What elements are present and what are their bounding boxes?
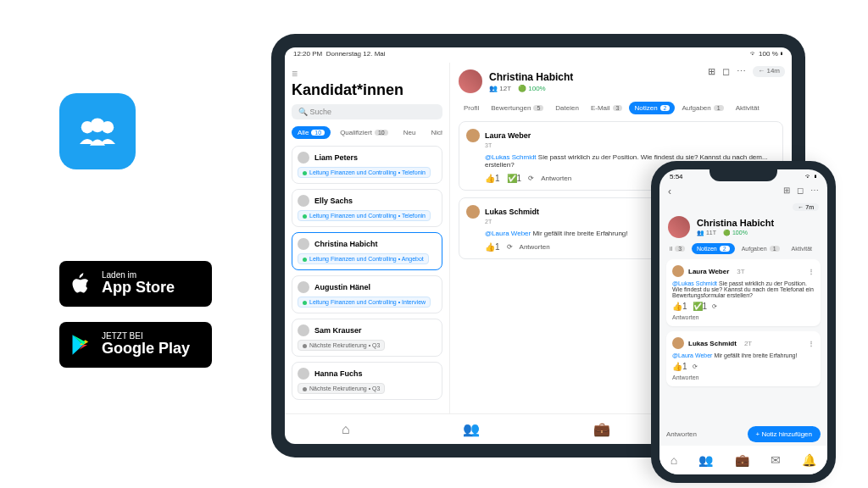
profile-name: Christina Habicht [697, 218, 774, 228]
back-icon[interactable]: ‹ [668, 186, 671, 197]
time-pill: ← 14m [753, 66, 785, 77]
candidate-card[interactable]: Sam KrauserNächste Rekrutierung • Q3 [292, 319, 442, 357]
svg-point-2 [102, 121, 114, 133]
reply-link[interactable]: Antworten [520, 243, 550, 251]
profile-tab[interactable]: Dateien [550, 102, 584, 114]
reply-link[interactable]: Antworten [672, 314, 815, 320]
more-icon[interactable]: ⋯ [810, 186, 819, 197]
note-card: Lukas Schmidt2T⋮@Laura Weber Mir gefällt… [666, 331, 821, 386]
filter-tab[interactable]: Qualifiziert10 [334, 126, 394, 139]
app-logo [59, 93, 136, 169]
hamburger-icon[interactable]: ≡ [292, 68, 442, 80]
nav-home-icon[interactable]: ⌂ [670, 453, 677, 467]
appstore-badge[interactable]: Laden imApp Store [59, 261, 212, 307]
page-title: Kandidat*innen [292, 81, 442, 99]
time-pill: ← 7m [793, 203, 819, 211]
nav-mail-icon[interactable]: ✉ [771, 453, 781, 467]
play-icon [70, 333, 93, 357]
reply-label: Antworten [666, 430, 697, 438]
calendar-icon[interactable]: ⊞ [708, 66, 715, 77]
filter-tab[interactable]: Alle10 [292, 126, 331, 139]
search-input[interactable]: 🔍 Suche [292, 104, 442, 119]
nav-people-icon[interactable]: 👥 [698, 453, 713, 467]
profile-tab[interactable]: il3 [665, 243, 690, 254]
calendar-icon[interactable]: ⊞ [783, 186, 790, 197]
profile-tab[interactable]: Notizen2 [692, 243, 735, 254]
nav-people-icon[interactable]: 👥 [463, 421, 480, 437]
more-icon[interactable]: ⋯ [737, 66, 746, 77]
profile-tab[interactable]: E-Mail3 [586, 102, 628, 114]
avatar [459, 69, 482, 93]
apple-icon [70, 272, 93, 296]
profile-tab[interactable]: Notizen2 [629, 102, 675, 114]
reply-link[interactable]: Antworten [541, 175, 571, 182]
playstore-big: Google Play [102, 341, 190, 358]
add-note-button[interactable]: + Notiz hinzufügen [748, 426, 821, 442]
bookmark-icon[interactable]: ◻ [797, 186, 804, 197]
profile-tab[interactable]: Bewertungen5 [486, 102, 548, 114]
profile-tab[interactable]: Aufgaben1 [676, 102, 728, 114]
nav-briefcase-icon[interactable]: 💼 [735, 453, 749, 467]
tablet-statusbar: 12:20 PM Donnerstag 12. Mai ᯤ 100 % ▮ [285, 47, 792, 63]
filter-tab[interactable]: Neu [398, 126, 422, 139]
bookmark-icon[interactable]: ◻ [722, 66, 730, 77]
avatar [668, 216, 690, 238]
candidate-card[interactable]: Hanna FuchsNächste Rekrutierung • Q3 [292, 362, 442, 400]
profile-tab[interactable]: Aktivität [731, 102, 765, 114]
candidate-card[interactable]: Liam PetersLeitung Finanzen und Controll… [292, 146, 442, 184]
profile-tab[interactable]: Aufgaben1 [737, 243, 785, 254]
nav-home-icon[interactable]: ⌂ [342, 422, 350, 437]
filter-tab[interactable]: Nicht kont [425, 126, 442, 139]
nav-briefcase-icon[interactable]: 💼 [593, 421, 610, 437]
note-card: Laura Weber3T⋮@Lukas Schmidt Sie passt w… [666, 259, 821, 326]
candidate-card[interactable]: Christina HabichtLeitung Finanzen und Co… [292, 232, 442, 270]
nav-bell-icon[interactable]: 🔔 [802, 453, 816, 467]
phone-frame: 5:54ᯤ ▮ ‹ ⊞ ◻ ⋯ ← 7m Christina Habicht 👥… [651, 161, 836, 483]
candidate-card[interactable]: Augustin HänelLeitung Finanzen und Contr… [292, 275, 442, 313]
profile-tab[interactable]: Profil [459, 102, 484, 114]
playstore-badge[interactable]: JETZT BEIGoogle Play [59, 322, 212, 368]
profile-name: Christina Habicht [489, 71, 573, 83]
reply-link[interactable]: Antworten [672, 374, 815, 380]
profile-tab[interactable]: Aktivität [787, 243, 818, 254]
appstore-big: App Store [102, 280, 175, 297]
candidate-card[interactable]: Elly SachsLeitung Finanzen und Controlli… [292, 189, 442, 227]
